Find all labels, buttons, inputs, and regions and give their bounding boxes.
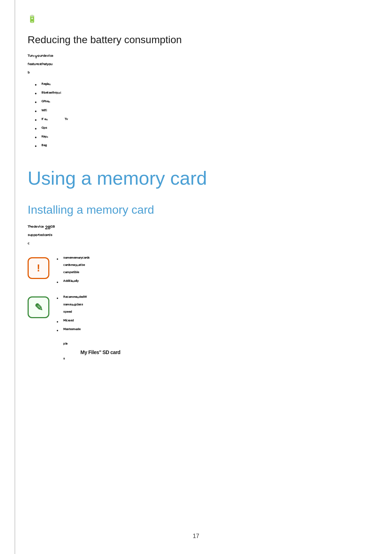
info-notice-content: ᴿᵉᶜᵒᵐᵐᵉⁿᵈᵉᵈᵂ ˢᵃᵐˢᵘⁿᵍᶜˡᵃˢˢ ˢᵖᵉᵉᵈ ᴹⁱᶜʳᵒˢᵈ … [57, 295, 364, 365]
info-text-1c: ˢᵖᵉᵉᵈ [63, 309, 364, 316]
battery-section: Reducing the battery consumption ᵀᵘʳⁿʏᵒᵘ… [28, 34, 364, 150]
warning-text-1c: ᶜᵒᵐᵖᵃᵗⁱᵇˡᵉ [63, 270, 364, 276]
warning-bullet-2: ᴬᵈᵈⁱᵗⁱᵒⁿᵃˡˡʸ [57, 279, 364, 285]
info-text-3b-garbled: ᵖˡᵉ [63, 341, 364, 348]
bullet-item-wifi: ᵂⁱᶠⁱ [35, 108, 364, 115]
warning-text-1b: ᶜᵃʳᵈˢᵐᵃʸⁿᵒᵗᵇᵉ [63, 263, 364, 269]
my-files-text: My Files" SD card [80, 349, 120, 355]
installing-intro: ᵀʰᵉᵈᵉᵛⁱᶜᵉ 28ᴳᴮ ˢᵘᵖᵖᵒʳᵗᵉᵈᶜᵃʳᵈˢ ᶜ [28, 224, 364, 248]
info-bullet-2: ᴹⁱᶜʳᵒˢᵈ [57, 318, 364, 325]
warning-notice-content: ˢᵒᵐᵉᵐᵉᵐᵒʳʸᶜᵃʳᵈˢ ᶜᵃʳᵈˢᵐᵃʸⁿᵒᵗᵇᵉ ᶜᵒᵐᵖᵃᵗⁱᵇˡᵉ… [57, 255, 364, 288]
installing-intro-3: ᶜ [28, 241, 364, 248]
warning-text-2a: ᴬᵈᵈⁱᵗⁱᵒⁿᵃˡˡʸ [63, 279, 364, 285]
installing-section: Installing a memory card ᵀʰᵉᵈᵉᵛⁱᶜᵉ 28ᴳᴮ … [28, 203, 364, 365]
bullet-item-tv: ᴵᶠ ᵒⁿ ᵀᵛ [35, 117, 364, 123]
info-icon: ✎ [28, 296, 49, 318]
battery-bullet-list: ᴿᵉᵍⁱᵒⁿ ᴮˡᵘᵉᵗᵒᵒᵗʰˢʸⁿᶜ ᴳᴾˢᵉⁿ ᵂⁱᶠⁱ ᴵᶠ ᵒⁿ ᵀᵛ… [35, 82, 364, 150]
battery-heading: Reducing the battery consumption [28, 34, 364, 46]
info-notice-block: ✎ ᴿᵉᶜᵒᵐᵐᵉⁿᵈᵉᵈᵂ ˢᵃᵐˢᵘⁿᵍᶜˡᵃˢˢ ˢᵖᵉᵉᵈ ᴹⁱᶜʳᵒˢ… [28, 295, 364, 365]
warning-notice-block: ! ˢᵒᵐᵉᵐᵉᵐᵒʳʸᶜᵃʳᵈˢ ᶜᵃʳᵈˢᵐᵃʸⁿᵒᵗᵇᵉ ᶜᵒᵐᵖᵃᵗⁱᵇ… [28, 255, 364, 288]
bullet-item-gps: ᴳᴾˢᵉⁿ [35, 99, 364, 106]
page-number: 17 [193, 533, 199, 539]
battery-intro-3: ᵇ [28, 70, 364, 77]
info-text-2a: ᴹⁱᶜʳᵒˢᵈ [63, 318, 364, 325]
warning-bullet-list: ˢᵒᵐᵉᵐᵉᵐᵒʳʸᶜᵃʳᵈˢ ᶜᵃʳᵈˢᵐᵃʸⁿᵒᵗᵇᵉ ᶜᵒᵐᵖᵃᵗⁱᵇˡᵉ… [57, 255, 364, 286]
warning-text-1a: ˢᵒᵐᵉᵐᵉᵐᵒʳʸᶜᵃʳᵈˢ [63, 255, 364, 262]
info-text-3b-end: ˢ [63, 356, 364, 363]
battery-intro-1: ᵀᵘʳⁿʏᵒᵘʳᵈᵉᵛⁱᶜᵉ [28, 53, 364, 61]
installing-intro-2: ˢᵘᵖᵖᵒʳᵗᵉᵈᶜᵃʳᵈˢ [28, 232, 364, 240]
battery-intro-2: ᶠᵉᵃᵗᵘʳᵉˢᵗʰᵃᵗʸᵒᵘ [28, 61, 364, 69]
bullet-item-bluetooth: ᴮˡᵘᵉᵗᵒᵒᵗʰˢʸⁿᶜ [35, 90, 364, 97]
installing-intro-1: ᵀʰᵉᵈᵉᵛⁱᶜᵉ 28ᴳᴮ [28, 224, 364, 231]
memory-card-main-heading: Using a memory card [28, 168, 364, 189]
left-border [15, 0, 15, 554]
info-text-1a: ᴿᵉᶜᵒᵐᵐᵉⁿᵈᵉᵈᵂ [63, 295, 364, 301]
warning-icon: ! [28, 257, 49, 279]
info-bullet-list: ᴿᵉᶜᵒᵐᵐᵉⁿᵈᵉᵈᵂ ˢᵃᵐˢᵘⁿᵍᶜˡᵃˢˢ ˢᵖᵉᵉᵈ ᴹⁱᶜʳᵒˢᵈ … [57, 295, 364, 363]
top-page-icon: 🔋 [28, 15, 364, 23]
warning-bullet-1: ˢᵒᵐᵉᵐᵉᵐᵒʳʸᶜᵃʳᵈˢ ᶜᵃʳᵈˢᵐᵃʸⁿᵒᵗᵇᵉ ᶜᵒᵐᵖᵃᵗⁱᵇˡᵉ [57, 255, 364, 277]
installing-sub-heading: Installing a memory card [28, 203, 364, 217]
bullet-item-gps2: ᴳᵖˢ [35, 126, 364, 132]
info-bullet-1: ᴿᵉᶜᵒᵐᵐᵉⁿᵈᵉᵈᵂ ˢᵃᵐˢᵘⁿᵍᶜˡᵃˢˢ ˢᵖᵉᵉᵈ [57, 295, 364, 316]
info-text-3a: ᴹᵃˢᵗᵉʳᵐᵒᵈᵉ [63, 327, 364, 333]
bullet-item-bag: ᴮᵃᵍ [35, 143, 364, 149]
info-text-1b: ˢᵃᵐˢᵘⁿᵍᶜˡᵃˢˢ [63, 302, 364, 309]
info-bullet-3: ᴹᵃˢᵗᵉʳᵐᵒᵈᵉ ᵖˡᵉ My Files" SD card ˢ [57, 327, 364, 363]
bullet-item-region: ᴿᵉᵍⁱᵒⁿ [35, 82, 364, 88]
info-text-3b: ᵖˡᵉ My Files" SD card ˢ [63, 341, 364, 363]
bullet-item-keyn: ᴷᵉʸⁿ [35, 134, 364, 141]
page-container: 🔋 Reducing the battery consumption ᵀᵘʳⁿʏ… [0, 0, 392, 554]
